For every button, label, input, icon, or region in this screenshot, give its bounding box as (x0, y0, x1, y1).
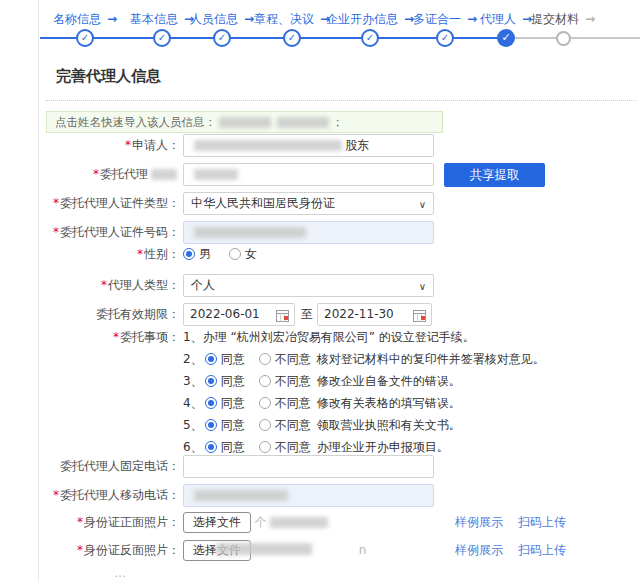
row-cert-type: *委托代理人证件类型： 中华人民共和国居民身份证∨ (40, 192, 640, 215)
agent-type-label: *代理人类型： (40, 274, 180, 297)
cert-number-input[interactable] (183, 221, 434, 244)
agree-radio[interactable] (205, 397, 217, 409)
validity-end-input[interactable]: 2022-11-30 (317, 303, 432, 326)
disagree-radio[interactable] (259, 441, 271, 453)
matter-item-6: 6、同意不同意办理企业开办申报项目。 (183, 438, 449, 456)
step-circle-5[interactable]: ✓ (361, 29, 379, 47)
id-back-filename-redacted (216, 543, 312, 555)
page-title: 完善代理人信息 (56, 67, 161, 86)
share-extract-button[interactable]: 共享提取 (444, 163, 545, 187)
row-applicant: *申请人： 股东 (40, 134, 640, 157)
footer-ellipsis: … (114, 566, 127, 580)
chevron-down-icon: ∨ (419, 194, 426, 215)
step-circle-8[interactable] (556, 31, 571, 46)
id-front-label: *身份证正面照片： (40, 511, 180, 533)
id-back-sample-link[interactable]: 样例展示 (455, 539, 503, 561)
matter-item-2: 2、同意不同意核对登记材料中的复印件并签署核对意见。 (183, 350, 545, 368)
gender-label: *性别： (40, 243, 180, 266)
matter-item-5: 5、同意不同意领取营业执照和有关文书。 (183, 416, 461, 434)
row-cert-number: *委托代理人证件号码： (40, 221, 640, 244)
step-circle-6[interactable]: ✓ (436, 29, 454, 47)
id-back-label: *身份证反面照片： (40, 539, 180, 561)
matter-item-1: 1、办理 “杭州刘宏冶贸易有限公司” 的设立登记手续。 (183, 328, 475, 346)
agent-name-label: *委托代理 (40, 163, 180, 186)
applicant-label: *申请人： (40, 134, 180, 157)
matter-item-3: 3、同意不同意修改企业自备文件的错误。 (183, 372, 461, 390)
id-back-file: 选择文件 n (183, 539, 366, 561)
matter-item-4: 4、同意不同意修改有关表格的填写错误。 (183, 394, 461, 412)
row-id-front: *身份证正面照片： 选择文件 个 样例展示 扫码上传 (40, 511, 640, 533)
section-divider (46, 100, 636, 101)
row-mobile-phone: *委托代理人移动电话： (40, 484, 640, 507)
cert-type-select[interactable]: 中华人民共和国居民身份证∨ (183, 192, 434, 215)
id-front-filename-redacted (270, 517, 328, 528)
row-validity: 委托有效期限： 2022-06-01 至 2022-11-30 (40, 303, 640, 326)
mobile-phone-label: *委托代理人移动电话： (40, 484, 180, 507)
row-gender: *性别： 男 女 (40, 243, 640, 266)
step-arrow-icon: → (585, 12, 595, 26)
cert-number-redacted (194, 227, 306, 238)
agent-name-redacted (194, 169, 238, 180)
step-circle-4[interactable]: ✓ (283, 29, 301, 47)
validity-label: 委托有效期限： (40, 303, 180, 326)
person-name-redacted[interactable] (219, 117, 271, 128)
step-circle-3[interactable]: ✓ (213, 29, 231, 47)
fixed-phone-label: 委托代理人固定电话： (40, 455, 180, 478)
id-back-scan-upload-link[interactable]: 扫码上传 (518, 539, 566, 561)
id-front-choose-file-button[interactable]: 选择文件 (183, 512, 251, 533)
chevron-down-icon: ∨ (419, 276, 426, 297)
applicant-redacted (194, 140, 342, 151)
row-agent-name: *委托代理 共享提取 (40, 163, 640, 186)
calendar-icon[interactable] (413, 308, 426, 329)
id-front-sample-link[interactable]: 样例展示 (455, 511, 503, 533)
wizard-remaining-line (506, 37, 640, 39)
gender-female-radio[interactable] (229, 248, 241, 260)
applicant-input[interactable]: 股东 (183, 134, 434, 157)
gender-male-radio[interactable] (183, 248, 195, 260)
agent-name-input[interactable] (183, 163, 434, 186)
notice-separator: ； (332, 115, 344, 129)
agree-radio[interactable] (205, 375, 217, 387)
row-fixed-phone: 委托代理人固定电话： (40, 455, 640, 478)
row-id-back: *身份证反面照片： 选择文件 n 样例展示 扫码上传 (40, 539, 640, 561)
fixed-phone-input[interactable] (183, 455, 434, 478)
agent-type-select[interactable]: 个人∨ (183, 274, 434, 297)
agree-radio[interactable] (205, 419, 217, 431)
quick-import-notice: 点击姓名快速导入该人员信息：； (46, 111, 443, 133)
validity-start-input[interactable]: 2022-06-01 (183, 303, 295, 326)
step-wizard: 名称信息→✓基本信息→✓人员信息→✓章程、决议→✓企业开办信息→✓多证合一→✓代… (0, 0, 640, 58)
person-name-redacted[interactable] (277, 117, 329, 128)
disagree-radio[interactable] (259, 353, 271, 365)
left-divider (38, 0, 39, 581)
mobile-phone-input[interactable] (183, 484, 434, 507)
cert-type-label: *委托代理人证件类型： (40, 192, 180, 215)
step-circle-2[interactable]: ✓ (153, 29, 171, 47)
mobile-phone-redacted (194, 490, 288, 501)
gender-options: 男 女 (183, 243, 257, 266)
calendar-icon[interactable] (276, 308, 289, 329)
agent-label-redacted (151, 169, 177, 180)
agree-radio[interactable] (205, 353, 217, 365)
id-front-scan-upload-link[interactable]: 扫码上传 (518, 511, 566, 533)
disagree-radio[interactable] (259, 419, 271, 431)
disagree-radio[interactable] (259, 397, 271, 409)
cert-number-label: *委托代理人证件号码： (40, 221, 180, 244)
row-agent-type: *代理人类型： 个人∨ (40, 274, 640, 297)
matters-label: *委托事项： (40, 328, 180, 346)
id-front-file: 选择文件 个 (183, 511, 331, 533)
validity-to-text: 至 (301, 303, 313, 326)
notice-text: 点击姓名快速导入该人员信息： (55, 115, 216, 129)
agree-radio[interactable] (205, 441, 217, 453)
step-label-8[interactable]: 提交材料→ (488, 11, 638, 28)
disagree-radio[interactable] (259, 375, 271, 387)
step-circle-1[interactable]: ✓ (76, 29, 94, 47)
step-circle-7-current[interactable]: ✓ (497, 29, 515, 47)
